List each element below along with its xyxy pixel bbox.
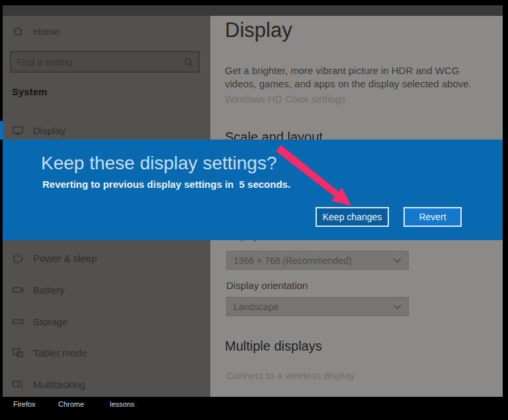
sidebar-item-label: Power & sleep <box>33 253 97 264</box>
power-icon <box>12 252 24 264</box>
dialog-countdown-message: Reverting to previous display settings i… <box>42 179 290 190</box>
desktop-shortcut-lessons[interactable]: lessons <box>110 400 134 408</box>
resolution-value: 1366 × 768 (Recommended) <box>233 255 352 266</box>
wireless-display-link[interactable]: Connect to a wireless display <box>226 370 355 381</box>
sidebar-item-label: Battery <box>33 284 65 296</box>
sidebar-home-label: Home <box>33 26 60 37</box>
window-titlebar <box>3 5 503 16</box>
revert-button[interactable]: Revert <box>403 207 462 227</box>
chevron-down-icon <box>393 304 402 310</box>
hd-color-settings-link[interactable]: Windows HD Color settings <box>225 93 346 105</box>
selected-item-accent <box>0 121 3 140</box>
sidebar-item-label: Multitasking <box>33 379 85 390</box>
sidebar-item-label: Storage <box>33 316 68 327</box>
search-icon <box>184 58 193 67</box>
resolution-dropdown[interactable]: 1366 × 768 (Recommended) <box>226 251 409 270</box>
home-icon <box>12 25 24 37</box>
sidebar-item-multitasking[interactable]: Multitasking <box>12 378 85 390</box>
keep-changes-button[interactable]: Keep changes <box>316 207 389 227</box>
page-title: Display <box>225 19 292 42</box>
orientation-dropdown[interactable]: Landscape <box>226 297 409 316</box>
multitasking-icon <box>12 378 24 390</box>
sidebar-item-tablet-mode[interactable]: Tablet mode <box>12 347 87 358</box>
sidebar-item-display[interactable]: Display <box>12 124 65 136</box>
tablet-icon <box>12 347 24 358</box>
sidebar-item-power-sleep[interactable]: Power & sleep <box>12 252 97 264</box>
sidebar-item-home[interactable]: Home <box>12 25 60 37</box>
sidebar-item-battery[interactable]: Battery <box>12 284 65 296</box>
orientation-value: Landscape <box>233 302 279 312</box>
orientation-label: Display orientation <box>226 280 308 291</box>
search-input[interactable] <box>11 57 184 67</box>
settings-search[interactable] <box>10 51 200 73</box>
desktop-shortcut-chrome[interactable]: Chrome <box>58 400 84 408</box>
hdr-description: Get a brighter, more vibrant picture in … <box>225 64 486 91</box>
storage-icon <box>12 315 24 327</box>
sidebar-item-storage[interactable]: Storage <box>12 315 68 327</box>
desktop-shortcut-firefox[interactable]: Firefox <box>13 400 36 408</box>
sidebar-item-label: Tablet mode <box>33 347 87 358</box>
multiple-displays-heading: Multiple displays <box>225 339 322 354</box>
sidebar-section-system: System <box>12 86 47 97</box>
chevron-down-icon <box>393 258 402 263</box>
dialog-title: Keep these display settings? <box>41 153 276 174</box>
display-icon <box>12 124 24 136</box>
battery-icon <box>12 284 24 296</box>
sidebar-item-label: Display <box>33 125 65 136</box>
